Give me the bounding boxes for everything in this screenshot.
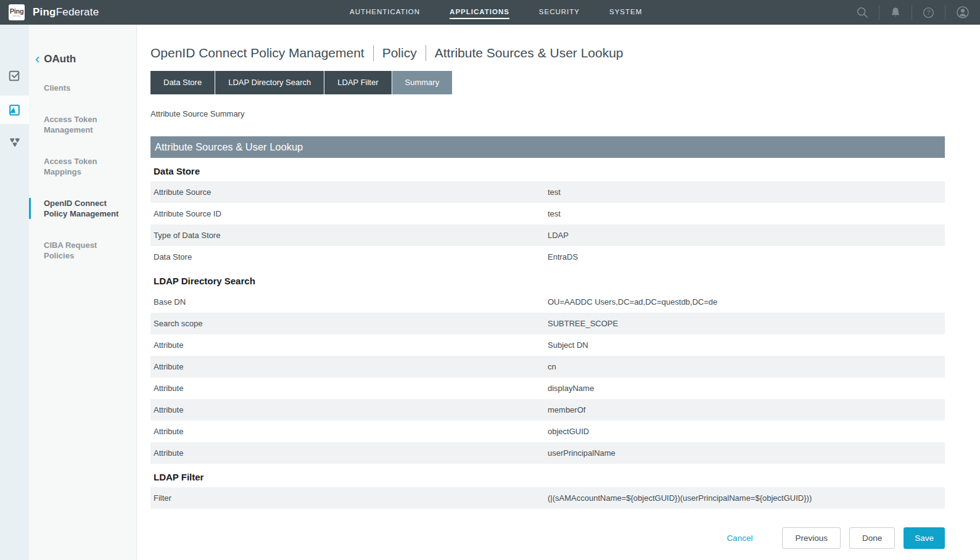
row-value: (|(sAMAccountName=${objectGUID})(userPri…	[548, 493, 945, 503]
table-row: Attribute Source IDtest	[150, 203, 945, 224]
title-divider	[373, 45, 374, 61]
row-label: Attribute Source	[150, 187, 548, 197]
row-label: Attribute Source ID	[150, 209, 548, 218]
row-label: Filter	[150, 493, 548, 503]
nav-system[interactable]: SYSTEM	[609, 0, 642, 25]
sidebar-item-ciba-request-policies[interactable]: CIBA Request Policies	[29, 240, 136, 261]
row-label: Attribute	[150, 384, 548, 393]
page-title: OpenID Connect Policy Management Policy …	[150, 45, 945, 61]
row-label: Search scope	[150, 319, 548, 328]
product-name-bold: Ping	[33, 6, 56, 18]
breadcrumb-part-3: Attribute Sources & User Lookup	[435, 46, 624, 60]
account-icon[interactable]	[945, 5, 980, 20]
section-heading: LDAP Filter	[154, 472, 945, 482]
summary-table: Data StoreAttribute SourcetestAttribute …	[150, 166, 945, 509]
row-value: test	[548, 187, 945, 197]
table-row: AttributedisplayName	[150, 377, 945, 399]
paws-icon[interactable]	[0, 128, 29, 156]
row-label: Base DN	[150, 297, 548, 307]
chevron-left-icon: ‹	[35, 54, 39, 64]
check-square-icon[interactable]	[0, 61, 29, 89]
table-row: Attributecn	[150, 356, 945, 377]
help-icon[interactable]: ?	[912, 6, 945, 19]
table-row: Search scopeSUBTREE_SCOPE	[150, 313, 945, 334]
tab-ldap-filter[interactable]: LDAP Filter	[324, 71, 391, 94]
row-value: EntraDS	[548, 252, 945, 261]
sidebar-back-label: OAuth	[44, 53, 76, 65]
tab-summary[interactable]: Summary	[392, 71, 453, 94]
sidebar-item-openid-connect-policy-management[interactable]: OpenID Connect Policy Management	[29, 198, 136, 219]
table-row: Filter(|(sAMAccountName=${objectGUID})(u…	[150, 487, 945, 509]
page-body: ‹ OAuth Clients Access Token Management …	[0, 25, 980, 560]
row-value: Subject DN	[548, 340, 945, 350]
section-heading: LDAP Directory Search	[154, 276, 945, 286]
footer-actions: Cancel Previous Done Save	[150, 527, 945, 549]
ping-logo-text: Ping	[10, 8, 24, 15]
topbar-icons: ?	[846, 0, 980, 25]
row-value: SUBTREE_SCOPE	[548, 319, 945, 328]
row-label: Attribute	[150, 448, 548, 458]
sidebar-item-access-token-mappings[interactable]: Access Token Mappings	[29, 156, 136, 177]
product-name: PingFederate	[33, 6, 99, 19]
ping-logo: Ping Identity.	[9, 4, 25, 20]
tab-ldap-directory-search[interactable]: LDAP Directory Search	[215, 71, 324, 94]
table-row: Type of Data StoreLDAP	[150, 224, 945, 246]
row-label: Type of Data Store	[150, 231, 548, 240]
table-row: Attribute Sourcetest	[150, 181, 945, 203]
tab-data-store[interactable]: Data Store	[150, 71, 215, 94]
section-heading: Data Store	[154, 166, 945, 176]
row-label: Attribute	[150, 340, 548, 350]
top-bar: Ping Identity. PingFederate AUTHENTICATI…	[0, 0, 980, 25]
sidebar: ‹ OAuth Clients Access Token Management …	[29, 25, 137, 560]
top-nav: AUTHENTICATION APPLICATIONS SECURITY SYS…	[350, 0, 642, 25]
breadcrumb-part-1: OpenID Connect Policy Management	[150, 46, 364, 60]
table-row: AttributeSubject DN	[150, 334, 945, 356]
title-divider	[426, 45, 426, 61]
table-row: Data StoreEntraDS	[150, 246, 945, 268]
row-value: test	[548, 209, 945, 218]
nav-security[interactable]: SECURITY	[539, 0, 580, 25]
sidebar-item-clients[interactable]: Clients	[29, 83, 136, 93]
row-label: Data Store	[150, 252, 548, 261]
nav-applications[interactable]: APPLICATIONS	[450, 0, 509, 25]
search-icon[interactable]	[846, 6, 879, 19]
svg-text:?: ?	[927, 9, 931, 16]
row-label: Attribute	[150, 405, 548, 414]
row-value: LDAP	[548, 231, 945, 240]
main-content: OpenID Connect Policy Management Policy …	[137, 25, 980, 560]
row-value: userPrincipalName	[548, 448, 945, 458]
row-value: objectGUID	[548, 427, 945, 436]
bell-icon[interactable]	[879, 6, 912, 19]
row-label: Attribute	[150, 427, 548, 436]
table-row: AttributememberOf	[150, 399, 945, 421]
row-value: displayName	[548, 384, 945, 393]
row-value: cn	[548, 362, 945, 371]
row-label: Attribute	[150, 362, 548, 371]
attribute-source-summary-label: Attribute Source Summary	[150, 109, 945, 118]
breadcrumb-part-2: Policy	[382, 46, 417, 60]
row-value: OU=AADDC Users,DC=ad,DC=questdb,DC=de	[548, 297, 945, 307]
row-value: memberOf	[548, 405, 945, 414]
table-row: AttributeobjectGUID	[150, 421, 945, 442]
sidebar-back-oauth[interactable]: ‹ OAuth	[29, 53, 136, 65]
sidebar-item-access-token-management[interactable]: Access Token Management	[29, 114, 136, 135]
ping-logo-subtext: Identity.	[12, 15, 21, 17]
product-name-rest: Federate	[56, 6, 99, 18]
save-button[interactable]: Save	[904, 527, 945, 549]
flag-square-icon[interactable]	[0, 96, 29, 124]
nav-authentication[interactable]: AUTHENTICATION	[350, 0, 420, 25]
summary-banner: Attribute Sources & User Lookup	[150, 136, 945, 158]
cancel-button[interactable]: Cancel	[727, 533, 752, 543]
table-row: Base DNOU=AADDC Users,DC=ad,DC=questdb,D…	[150, 291, 945, 313]
wizard-steps: Data Store LDAP Directory Search LDAP Fi…	[150, 71, 945, 94]
table-row: AttributeuserPrincipalName	[150, 442, 945, 464]
icon-rail	[0, 25, 29, 560]
done-button[interactable]: Done	[849, 527, 895, 549]
previous-button[interactable]: Previous	[782, 527, 841, 549]
